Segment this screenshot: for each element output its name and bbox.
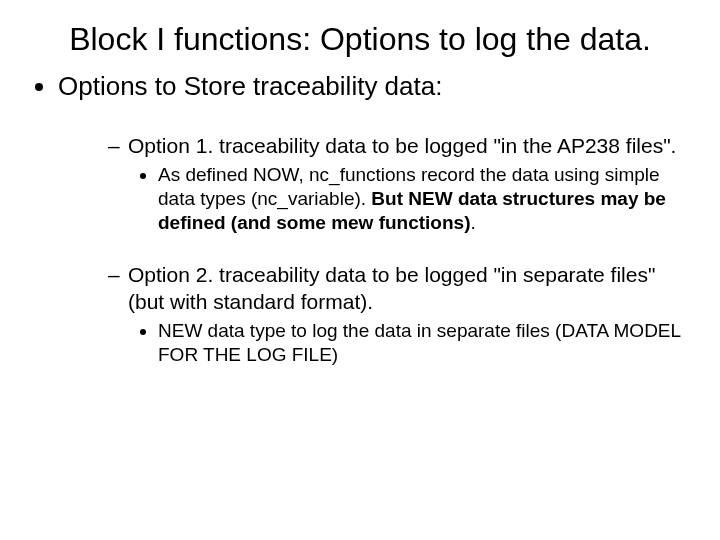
bullet-list-level1: Options to Store traceability data: Opti… — [58, 70, 690, 366]
detail-text: . — [470, 212, 475, 233]
slide-title: Block I functions: Options to log the da… — [30, 20, 690, 58]
option-heading: Option 2. traceability data to be logged… — [128, 263, 655, 312]
option-heading: Option 1. traceability data to be logged… — [128, 134, 676, 157]
detail-text: NEW data type to log the data in separat… — [158, 320, 680, 365]
bullet-list-level3: As defined NOW, nc_functions record the … — [158, 163, 690, 234]
list-item: As defined NOW, nc_functions record the … — [158, 163, 690, 234]
list-item: Option 1. traceability data to be logged… — [108, 133, 690, 235]
bullet-list-level2: Option 1. traceability data to be logged… — [108, 133, 690, 367]
list-item: Options to Store traceability data: Opti… — [58, 70, 690, 366]
main-bullet-text: Options to Store traceability data: — [58, 71, 442, 101]
list-item: Option 2. traceability data to be logged… — [108, 262, 690, 366]
bullet-list-level3: NEW data type to log the data in separat… — [158, 319, 690, 367]
list-item: NEW data type to log the data in separat… — [158, 319, 690, 367]
